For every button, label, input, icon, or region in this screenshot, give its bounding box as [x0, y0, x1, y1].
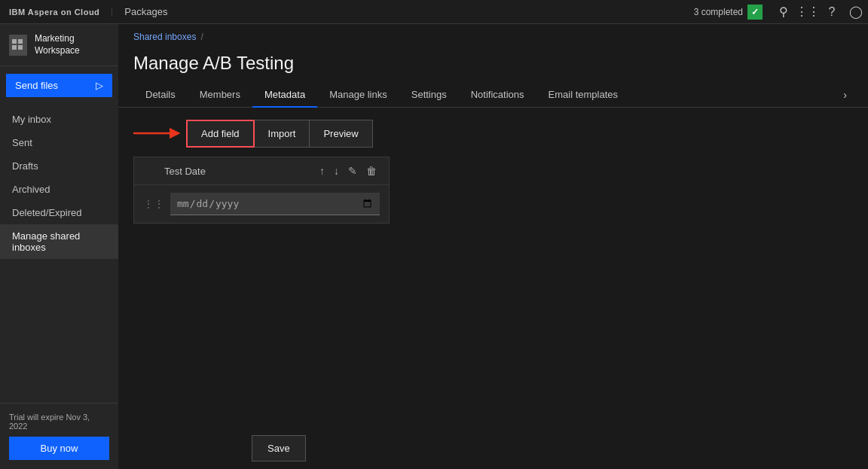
arrow-annotation [133, 124, 182, 142]
send-files-label: Send files [15, 80, 58, 91]
field-column-label: Test Date [164, 166, 310, 177]
svg-rect-1 [18, 39, 23, 44]
tab-members[interactable]: Members [188, 83, 252, 108]
breadcrumb: Shared inboxes / [118, 24, 868, 50]
help-icon[interactable]: ? [820, 0, 844, 24]
completed-text: 3 completed [694, 7, 743, 17]
sidebar-footer: Trial will expire Nov 3, 2022 Buy now [0, 403, 118, 469]
top-nav-right: 3 completed ✓ ⚲ ⋮⋮ ? ◯ [685, 0, 868, 23]
sidebar-brand: Marketing Workspace [0, 24, 118, 66]
move-down-button[interactable]: ↓ [331, 163, 342, 178]
brand-name: Marketing Workspace [35, 33, 109, 56]
svg-rect-2 [12, 45, 17, 50]
bottom-bar: Save [237, 428, 868, 469]
ibm-logo: IBM Aspera on Cloud [9, 8, 99, 17]
tab-notifications[interactable]: Notifications [459, 83, 536, 108]
tab-manage-links[interactable]: Manage links [317, 83, 399, 108]
metadata-panel: Test Date ↑ ↓ ✎ 🗑 ⋮⋮ [133, 157, 390, 224]
sidebar-item-drafts[interactable]: Drafts [0, 154, 118, 178]
sidebar-item-my-inbox[interactable]: My inbox [0, 108, 118, 131]
main-layout: Marketing Workspace Send files ▷ My inbo… [0, 24, 868, 469]
page-header: Manage A/B Testing [118, 50, 868, 83]
svg-rect-3 [18, 45, 23, 50]
move-up-button[interactable]: ↑ [316, 163, 328, 178]
buy-now-button[interactable]: Buy now [9, 437, 109, 460]
user-icon[interactable]: ◯ [844, 0, 868, 24]
drag-handle-icon[interactable]: ⋮⋮ [143, 198, 164, 210]
delete-field-button[interactable]: 🗑 [363, 163, 380, 178]
trial-text: Trial will expire Nov 3, 2022 [9, 413, 109, 431]
date-field-input[interactable] [170, 193, 380, 215]
metadata-actions: ↑ ↓ ✎ 🗑 [316, 163, 380, 178]
tab-settings[interactable]: Settings [399, 83, 459, 108]
tabs-chevron-right-icon[interactable]: › [837, 83, 853, 107]
metadata-panel-header: Test Date ↑ ↓ ✎ 🗑 [134, 157, 389, 185]
sidebar-item-deleted-expired[interactable]: Deleted/Expired [0, 201, 118, 224]
sidebar-item-sent[interactable]: Sent [0, 131, 118, 154]
sidebar: Marketing Workspace Send files ▷ My inbo… [0, 24, 118, 469]
svg-rect-0 [12, 39, 17, 44]
preview-button[interactable]: Preview [310, 120, 372, 148]
page-title: Manage A/B Testing [133, 53, 853, 74]
sidebar-item-archived[interactable]: Archived [0, 178, 118, 201]
save-button[interactable]: Save [252, 435, 306, 461]
search-icon[interactable]: ⚲ [772, 0, 796, 24]
edit-field-button[interactable]: ✎ [345, 163, 360, 178]
brand-icon [9, 35, 27, 56]
send-icon: ▷ [96, 80, 103, 91]
sidebar-item-manage-shared-inboxes[interactable]: Manage shared inboxes [0, 224, 118, 259]
tabs-bar: Details Members Metadata Manage links Se… [118, 83, 868, 108]
tab-metadata[interactable]: Metadata [252, 83, 317, 108]
action-row: Add field Import Preview [186, 120, 373, 148]
add-field-button[interactable]: Add field [186, 120, 255, 148]
brand-area: IBM Aspera on Cloud [9, 8, 112, 17]
breadcrumb-parent[interactable]: Shared inboxes [133, 32, 196, 42]
content-area: Shared inboxes / Manage A/B Testing Deta… [118, 24, 868, 469]
metadata-tab-content: Add field Import Preview Test Date ↑ ↓ ✎… [118, 108, 868, 469]
completed-badge: ✓ [747, 5, 763, 20]
apps-icon[interactable]: ⋮⋮ [796, 0, 820, 24]
sidebar-nav: My inbox Sent Drafts Archived Deleted/Ex… [0, 105, 118, 403]
breadcrumb-separator: / [200, 32, 203, 42]
top-nav: IBM Aspera on Cloud Packages 3 completed… [0, 0, 868, 24]
completed-area: 3 completed ✓ [685, 5, 772, 20]
send-files-button[interactable]: Send files ▷ [6, 74, 112, 97]
tab-email-templates[interactable]: Email templates [536, 83, 630, 108]
import-button[interactable]: Import [255, 120, 310, 148]
tab-details[interactable]: Details [133, 83, 188, 108]
packages-nav-item[interactable]: Packages [124, 6, 167, 17]
metadata-field-row: ⋮⋮ [134, 185, 389, 223]
